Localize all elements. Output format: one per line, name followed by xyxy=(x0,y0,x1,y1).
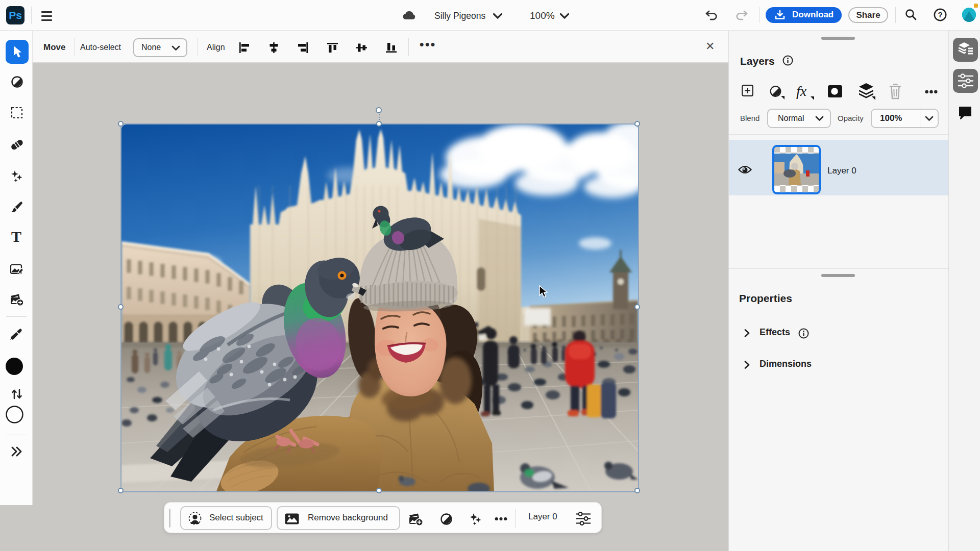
svg-text:?: ? xyxy=(938,10,942,19)
svg-text:fx: fx xyxy=(796,83,807,99)
